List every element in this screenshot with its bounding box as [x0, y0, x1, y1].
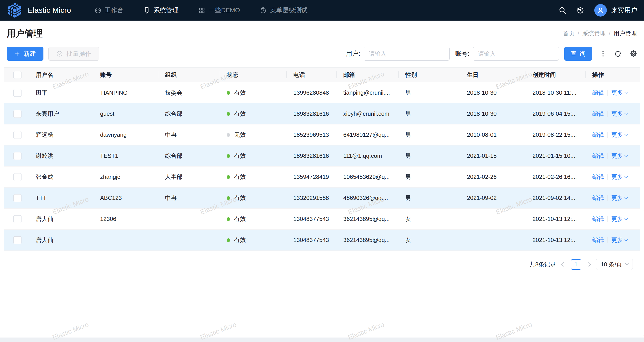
- row-checkbox[interactable]: [14, 173, 22, 181]
- search-icon[interactable]: [558, 6, 566, 14]
- row-checkbox[interactable]: [14, 110, 22, 118]
- cell-checkbox: [4, 167, 29, 188]
- user-menu[interactable]: 来宾用户: [594, 4, 637, 16]
- status-badge: 有效: [226, 236, 286, 244]
- edit-link[interactable]: 编辑: [592, 236, 604, 244]
- cell-gender: 男: [398, 188, 460, 209]
- status-dot-icon: [226, 238, 230, 242]
- cell-birthday: 2021-09-02: [460, 188, 526, 209]
- batch-operation-button[interactable]: 批量操作: [48, 47, 99, 61]
- page-number-1[interactable]: 1: [571, 259, 581, 270]
- breadcrumb-separator: /: [609, 30, 610, 37]
- cell-birthday: 2018-10-30: [460, 82, 526, 103]
- more-dropdown-link[interactable]: 更多: [611, 194, 627, 202]
- table-row: TTTABC123中冉有效1332029158848690326@qq....男…: [4, 188, 640, 209]
- cell-phone: 13594728419: [286, 167, 336, 188]
- cell-checkbox: [4, 230, 29, 251]
- cell-checkbox: [4, 209, 29, 230]
- settings-gear-icon[interactable]: [630, 50, 637, 57]
- chevron-down-icon: [624, 112, 628, 115]
- more-vertical-icon[interactable]: [599, 50, 607, 57]
- cell-username: 谢於洪: [29, 145, 94, 167]
- new-button[interactable]: 新建: [7, 47, 44, 61]
- row-checkbox[interactable]: [14, 236, 22, 244]
- cell-email: xieyh@crunii.com: [336, 103, 398, 124]
- edit-link[interactable]: 编辑: [592, 110, 604, 118]
- refresh-icon[interactable]: [614, 50, 622, 57]
- nav-item-label: 工作台: [105, 6, 124, 14]
- edit-link[interactable]: 编辑: [592, 173, 604, 181]
- avatar: [594, 4, 607, 16]
- status-label: 有效: [234, 89, 246, 97]
- breadcrumb-current: 用户管理: [614, 29, 637, 37]
- brand-logo-icon: [7, 2, 23, 18]
- more-dropdown-link[interactable]: 更多: [611, 110, 627, 118]
- cell-status: 有效: [220, 145, 286, 167]
- status-label: 无效: [234, 131, 246, 139]
- row-actions: 编辑更多: [592, 110, 640, 118]
- col-birthday: 生日: [460, 68, 526, 82]
- prev-page-button[interactable]: [561, 262, 566, 267]
- current-username: 来宾用户: [611, 6, 637, 15]
- user-filter-input[interactable]: [364, 47, 450, 61]
- next-page-button[interactable]: [586, 262, 591, 267]
- query-button[interactable]: 查 询: [564, 47, 592, 61]
- cell-created: 2021-10-13 12:...: [526, 230, 586, 251]
- row-checkbox[interactable]: [14, 152, 22, 160]
- more-dropdown-link[interactable]: 更多: [611, 89, 627, 97]
- edit-link[interactable]: 编辑: [592, 152, 604, 160]
- history-icon[interactable]: [576, 6, 584, 14]
- user-table: 用户名 账号 组织 状态 电话 邮箱 性别 生日 创建时间 操作 田平TIANP…: [4, 67, 640, 270]
- cell-gender: 男: [398, 145, 460, 167]
- status-badge: 有效: [226, 173, 286, 181]
- row-actions: 编辑更多: [592, 152, 640, 160]
- cell-birthday: [460, 209, 526, 230]
- account-filter-input[interactable]: [473, 47, 559, 61]
- cell-created: 2019-06-04 15:...: [526, 103, 586, 124]
- nav-item-menu-level-test[interactable]: 菜单层级测试: [250, 0, 318, 20]
- action-divider: [608, 111, 608, 117]
- edit-link[interactable]: 编辑: [592, 131, 604, 139]
- cell-organization: 技委会: [158, 82, 220, 103]
- cell-status: 有效: [220, 188, 286, 209]
- more-dropdown-link[interactable]: 更多: [611, 152, 627, 160]
- cell-email: 641980127@qq...: [336, 124, 398, 145]
- cell-actions: 编辑更多: [586, 124, 640, 145]
- edit-link[interactable]: 编辑: [592, 215, 604, 223]
- row-checkbox[interactable]: [14, 215, 22, 223]
- nav-item-demo[interactable]: 一些DEMO: [188, 0, 250, 20]
- breadcrumb-home[interactable]: 首页: [563, 29, 574, 37]
- row-checkbox[interactable]: [14, 194, 22, 202]
- breadcrumb-system[interactable]: 系统管理: [582, 29, 606, 37]
- page-size-select[interactable]: 10 条/页: [596, 259, 633, 270]
- more-dropdown-link[interactable]: 更多: [611, 215, 627, 223]
- more-dropdown-link[interactable]: 更多: [611, 236, 627, 244]
- select-all-checkbox[interactable]: [14, 71, 22, 79]
- row-actions: 编辑更多: [592, 215, 640, 223]
- more-dropdown-link[interactable]: 更多: [611, 131, 627, 139]
- cell-gender: 男: [398, 103, 460, 124]
- table-row: 唐大仙有效13048377543362143895@qq...女2021-10-…: [4, 230, 640, 251]
- cell-checkbox: [4, 124, 29, 145]
- status-badge: 有效: [226, 110, 286, 118]
- table-row: 田平TIANPING技委会有效13996280848tianping@cruni…: [4, 82, 640, 103]
- nav-item-system-management[interactable]: 系统管理: [134, 0, 188, 20]
- cell-username: 田平: [29, 82, 94, 103]
- cell-created: 2021-09-02 14:...: [526, 188, 586, 209]
- cell-created: 2021-01-15 10:...: [526, 145, 586, 167]
- tag-icon: [143, 7, 150, 14]
- row-checkbox[interactable]: [14, 89, 22, 97]
- edit-link[interactable]: 编辑: [592, 89, 604, 97]
- row-checkbox[interactable]: [14, 131, 22, 139]
- cell-status: 有效: [220, 103, 286, 124]
- edit-link[interactable]: 编辑: [592, 194, 604, 202]
- cell-account: dawnyang: [94, 124, 158, 145]
- more-dropdown-link[interactable]: 更多: [611, 173, 627, 181]
- nav-item-workbench[interactable]: 工作台: [85, 0, 134, 20]
- cell-gender: 女: [398, 230, 460, 251]
- cell-organization: [158, 209, 220, 230]
- cell-username: 辉远杨: [29, 124, 94, 145]
- row-actions: 编辑更多: [592, 236, 640, 244]
- cell-email: 111@1.qq.com: [336, 145, 398, 167]
- cell-account: TIANPING: [94, 82, 158, 103]
